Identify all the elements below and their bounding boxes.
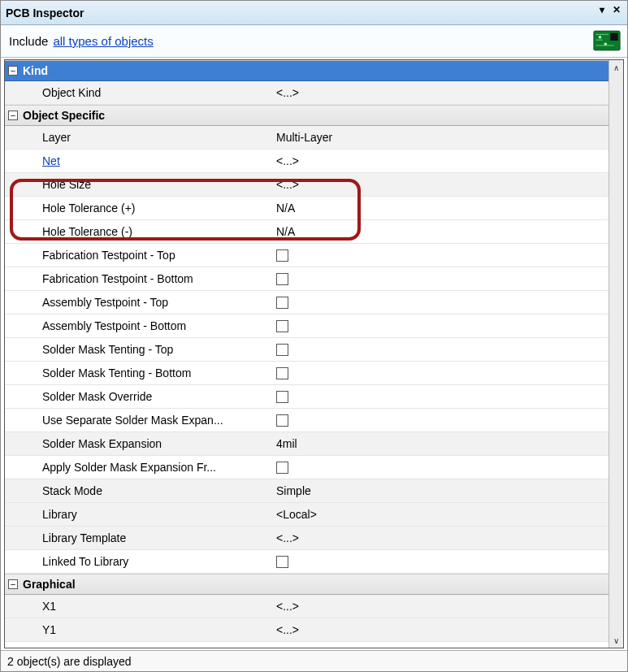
- property-label: Solder Mask Override: [5, 390, 273, 403]
- property-label: Solder Mask Expansion: [5, 437, 273, 450]
- collapse-toggle-icon[interactable]: −: [8, 111, 18, 120]
- checkbox[interactable]: [276, 462, 288, 474]
- svg-point-2: [599, 36, 601, 38]
- section-title: Object Specific: [23, 109, 105, 122]
- checkbox[interactable]: [276, 344, 288, 356]
- section-header[interactable]: −Kind: [5, 60, 609, 81]
- property-row[interactable]: Fabrication Testpoint - Top: [5, 244, 609, 267]
- property-value[interactable]: <...>: [273, 178, 609, 191]
- pcb-chip-icon[interactable]: [593, 28, 621, 53]
- scroll-up-icon[interactable]: ∧: [609, 60, 623, 75]
- checkbox[interactable]: [276, 414, 288, 427]
- section-header[interactable]: −Object Specific: [5, 105, 609, 126]
- property-row[interactable]: Assembly Testpoint - Bottom: [5, 314, 609, 338]
- property-row[interactable]: Net<...>: [5, 150, 609, 173]
- property-value[interactable]: [273, 249, 609, 262]
- section-header[interactable]: −Graphical: [5, 574, 609, 595]
- property-value[interactable]: N/A: [273, 225, 609, 238]
- property-link[interactable]: Net: [42, 154, 60, 167]
- titlebar: PCB Inspector ▾ ✕: [1, 1, 627, 25]
- section-title: Graphical: [23, 578, 76, 591]
- property-row[interactable]: Solder Mask Override: [5, 385, 609, 409]
- property-row[interactable]: Assembly Testpoint - Top: [5, 291, 609, 314]
- property-value[interactable]: <Local>: [273, 508, 609, 521]
- property-label: Object Kind: [5, 86, 273, 99]
- property-label: X1: [5, 600, 273, 613]
- property-row[interactable]: Library Template<...>: [5, 527, 609, 550]
- property-label: Assembly Testpoint - Top: [5, 296, 273, 309]
- collapse-toggle-icon[interactable]: −: [8, 579, 18, 589]
- svg-point-3: [604, 43, 607, 46]
- property-label: Fabrication Testpoint - Top: [5, 249, 273, 262]
- property-label: Hole Tolerance (+): [5, 202, 273, 215]
- property-label: Y1: [5, 623, 273, 636]
- vertical-scrollbar[interactable]: ∧ ∨: [609, 60, 623, 648]
- property-value[interactable]: 4mil: [273, 437, 609, 450]
- include-bar: Include all types of objects: [1, 25, 627, 58]
- property-row[interactable]: Stack ModeSimple: [5, 479, 609, 503]
- property-value[interactable]: <...>: [273, 600, 609, 613]
- checkbox[interactable]: [276, 320, 288, 332]
- property-value[interactable]: [273, 320, 609, 332]
- property-value[interactable]: N/A: [273, 202, 609, 215]
- property-label: Fabrication Testpoint - Bottom: [5, 272, 273, 285]
- property-value[interactable]: [273, 556, 609, 568]
- property-row[interactable]: Library<Local>: [5, 503, 609, 527]
- property-value[interactable]: [273, 344, 609, 356]
- property-label: Net: [5, 154, 273, 167]
- property-label: Solder Mask Tenting - Bottom: [5, 366, 273, 379]
- svg-rect-1: [610, 33, 617, 41]
- checkbox[interactable]: [276, 648, 288, 648]
- property-label: Layer: [5, 131, 273, 144]
- property-row[interactable]: Use Separate Solder Mask Expan...: [5, 409, 609, 432]
- property-row[interactable]: Solder Mask Tenting - Bottom: [5, 362, 609, 385]
- property-value[interactable]: Multi-Layer: [273, 131, 609, 144]
- section-title: Kind: [23, 64, 48, 77]
- property-label: Hole Tolerance (-): [5, 225, 273, 238]
- property-row[interactable]: Solder Mask Tenting - Top: [5, 338, 609, 362]
- property-row[interactable]: Linked To Library: [5, 550, 609, 574]
- property-label: Apply Solder Mask Expansion Fr...: [5, 461, 273, 474]
- property-value[interactable]: [273, 297, 609, 309]
- property-grid: −KindObject Kind<...>−Object SpecificLay…: [4, 59, 624, 648]
- property-row[interactable]: Hole Tolerance (-)N/A: [5, 220, 609, 244]
- checkbox[interactable]: [276, 367, 288, 379]
- scroll-down-icon[interactable]: ∨: [609, 633, 623, 648]
- property-label: Assembly Testpoint - Bottom: [5, 319, 273, 332]
- property-value[interactable]: <...>: [273, 86, 609, 99]
- property-row[interactable]: Solder Mask Expansion4mil: [5, 432, 609, 456]
- property-row[interactable]: Locked: [5, 642, 609, 648]
- checkbox[interactable]: [276, 391, 288, 403]
- property-label: Library: [5, 508, 273, 521]
- close-icon[interactable]: ✕: [611, 4, 622, 15]
- dropdown-icon[interactable]: ▾: [596, 4, 608, 15]
- property-row[interactable]: Hole Size<...>: [5, 173, 609, 197]
- property-row[interactable]: X1<...>: [5, 595, 609, 618]
- property-value[interactable]: [273, 648, 609, 648]
- property-value[interactable]: [273, 414, 609, 427]
- property-row[interactable]: Object Kind<...>: [5, 81, 609, 105]
- property-value[interactable]: [273, 462, 609, 474]
- property-label: Stack Mode: [5, 484, 273, 497]
- collapse-toggle-icon[interactable]: −: [8, 66, 18, 76]
- checkbox[interactable]: [276, 249, 288, 262]
- property-row[interactable]: LayerMulti-Layer: [5, 126, 609, 150]
- property-value[interactable]: Simple: [273, 484, 609, 497]
- property-row[interactable]: Y1<...>: [5, 618, 609, 642]
- property-label: Hole Size: [5, 178, 273, 191]
- property-value[interactable]: [273, 391, 609, 403]
- property-label: Library Template: [5, 531, 273, 544]
- include-link[interactable]: all types of objects: [53, 34, 153, 48]
- property-row[interactable]: Hole Tolerance (+)N/A: [5, 197, 609, 220]
- property-value[interactable]: <...>: [273, 154, 609, 167]
- checkbox[interactable]: [276, 297, 288, 309]
- property-value[interactable]: <...>: [273, 623, 609, 636]
- property-value[interactable]: [273, 273, 609, 285]
- property-value[interactable]: [273, 367, 609, 379]
- checkbox[interactable]: [276, 556, 288, 568]
- property-row[interactable]: Fabrication Testpoint - Bottom: [5, 267, 609, 291]
- include-label: Include: [9, 34, 48, 48]
- property-row[interactable]: Apply Solder Mask Expansion Fr...: [5, 456, 609, 479]
- property-value[interactable]: <...>: [273, 531, 609, 544]
- checkbox[interactable]: [276, 273, 288, 285]
